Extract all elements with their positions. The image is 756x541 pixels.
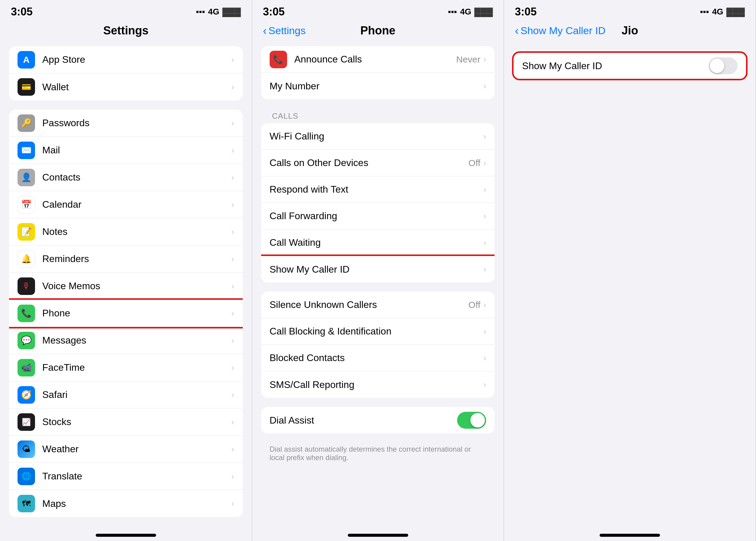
- voice-memos-icon: 🎙: [18, 277, 35, 295]
- announce-calls-item[interactable]: 📞 Announce Calls Never ›: [261, 46, 495, 73]
- battery-icon-right: ▓▓▓: [726, 7, 745, 17]
- passwords-icon: 🔑: [18, 114, 35, 132]
- settings-item-translate[interactable]: 🌐 Translate ›: [9, 463, 243, 490]
- app-store-icon: A: [18, 51, 35, 69]
- back-chevron-middle: ‹: [263, 25, 267, 37]
- back-button-right[interactable]: ‹ Show My Caller ID: [515, 25, 605, 37]
- announce-calls-icon: 📞: [270, 51, 287, 68]
- jio-settings-list: Show My Caller ID: [504, 43, 756, 531]
- weather-label: Weather: [42, 443, 231, 455]
- battery-icon-left: ▓▓▓: [222, 7, 241, 17]
- settings-item-phone[interactable]: 📞 Phone ›: [9, 300, 243, 327]
- calls-other-devices-item[interactable]: Calls on Other Devices Off ›: [261, 150, 495, 176]
- dial-assist-toggle[interactable]: [457, 412, 486, 429]
- silence-unknown-label: Silence Unknown Callers: [270, 299, 468, 310]
- contacts-label: Contacts: [42, 172, 231, 183]
- show-caller-id-label: Show My Caller ID: [270, 264, 483, 275]
- call-blocking-label: Call Blocking & Identification: [270, 326, 483, 337]
- settings-item-contacts[interactable]: 👤 Contacts ›: [9, 164, 243, 191]
- announce-calls-label: Announce Calls: [294, 54, 456, 65]
- status-icons-middle: ▪▪▪ 4G ▓▓▓: [448, 7, 493, 17]
- settings-list: A App Store › 💳 Wallet › 🔑 Passwords ›: [0, 43, 252, 531]
- settings-item-voice-memos[interactable]: 🎙 Voice Memos ›: [9, 272, 243, 300]
- settings-item-maps[interactable]: 🗺 Maps ›: [9, 490, 243, 517]
- phone-settings-list: 📞 Announce Calls Never › My Number › CAL…: [252, 43, 504, 531]
- call-forwarding-item[interactable]: Call Forwarding ›: [261, 203, 495, 230]
- voice-memos-label: Voice Memos: [42, 280, 231, 291]
- silence-unknown-item[interactable]: Silence Unknown Callers Off ›: [261, 291, 495, 318]
- call-blocking-item[interactable]: Call Blocking & Identification ›: [261, 318, 495, 345]
- call-waiting-item[interactable]: Call Waiting ›: [261, 230, 495, 256]
- notes-label: Notes: [42, 226, 231, 237]
- app-store-chevron: ›: [231, 55, 234, 65]
- phone-panel: 3:05 ▪▪▪ 4G ▓▓▓ ‹ Settings Phone 📞 Annou…: [252, 0, 504, 541]
- notes-icon: 📝: [18, 223, 35, 241]
- status-icons-left: ▪▪▪ 4G ▓▓▓: [196, 7, 241, 17]
- signal-icon-right: ▪▪▪: [700, 7, 709, 17]
- calendar-label: Calendar: [42, 199, 231, 210]
- back-button-middle[interactable]: ‹ Settings: [263, 25, 306, 37]
- calls-section-label: CALLS: [261, 108, 495, 123]
- messages-label: Messages: [42, 335, 231, 346]
- call-forwarding-label: Call Forwarding: [270, 211, 483, 222]
- status-bar-left: 3:05 ▪▪▪ 4G ▓▓▓: [0, 0, 252, 21]
- calls-other-devices-value: Off: [468, 158, 480, 168]
- contacts-icon: 👤: [18, 169, 35, 186]
- respond-text-item[interactable]: Respond with Text ›: [261, 176, 495, 203]
- wallet-label: Wallet: [42, 82, 231, 93]
- caller-id-row[interactable]: Show My Caller ID: [513, 52, 747, 79]
- mail-icon: ✉️: [18, 142, 35, 159]
- settings-item-mail[interactable]: ✉️ Mail ›: [9, 137, 243, 164]
- phone-group-dial: Dial Assist: [261, 407, 495, 433]
- caller-id-toggle[interactable]: [709, 57, 738, 74]
- signal-icon-middle: ▪▪▪: [448, 7, 457, 17]
- back-label-middle: Settings: [269, 25, 306, 37]
- my-number-item[interactable]: My Number ›: [261, 73, 495, 99]
- battery-icon-middle: ▓▓▓: [474, 7, 493, 17]
- home-indicator-middle: [348, 534, 408, 537]
- mail-label: Mail: [42, 145, 231, 156]
- nav-bar-left: Settings: [0, 21, 252, 43]
- stocks-label: Stocks: [42, 416, 231, 427]
- dial-assist-item[interactable]: Dial Assist: [261, 407, 495, 433]
- network-middle: 4G: [460, 7, 471, 17]
- settings-title: Settings: [103, 24, 149, 37]
- calendar-icon: 📅: [18, 196, 35, 214]
- settings-item-messages[interactable]: 💬 Messages ›: [9, 327, 243, 354]
- network-right: 4G: [712, 7, 723, 17]
- settings-item-passwords[interactable]: 🔑 Passwords ›: [9, 110, 243, 137]
- settings-item-wallet[interactable]: 💳 Wallet ›: [9, 73, 243, 101]
- wallet-chevron: ›: [231, 82, 234, 92]
- status-bar-middle: 3:05 ▪▪▪ 4G ▓▓▓: [252, 0, 504, 21]
- settings-item-safari[interactable]: 🧭 Safari ›: [9, 381, 243, 408]
- sms-reporting-item[interactable]: SMS/Call Reporting ›: [261, 371, 495, 398]
- show-caller-id-item[interactable]: Show My Caller ID ›: [261, 256, 495, 282]
- settings-item-calendar[interactable]: 📅 Calendar ›: [9, 191, 243, 218]
- weather-icon: 🌤: [18, 440, 35, 458]
- reminders-icon: 🔔: [18, 250, 35, 268]
- my-number-label: My Number: [270, 81, 483, 92]
- settings-item-weather[interactable]: 🌤 Weather ›: [9, 436, 243, 463]
- dial-assist-label: Dial Assist: [270, 415, 457, 426]
- respond-text-label: Respond with Text: [270, 184, 483, 195]
- sms-reporting-label: SMS/Call Reporting: [270, 379, 483, 390]
- settings-item-stocks[interactable]: 📈 Stocks ›: [9, 408, 243, 436]
- settings-group-1: A App Store › 💳 Wallet ›: [9, 46, 243, 101]
- phone-label: Phone: [42, 307, 231, 319]
- dial-assist-description: Dial assist automatically determines the…: [261, 443, 495, 467]
- reminders-label: Reminders: [42, 253, 231, 265]
- settings-item-facetime[interactable]: 📹 FaceTime ›: [9, 354, 243, 381]
- jio-panel: 3:05 ▪▪▪ 4G ▓▓▓ ‹ Show My Caller ID Jio …: [504, 0, 756, 541]
- blocked-contacts-label: Blocked Contacts: [270, 352, 483, 363]
- settings-item-app-store[interactable]: A App Store ›: [9, 46, 243, 73]
- wifi-calling-item[interactable]: Wi-Fi Calling ›: [261, 123, 495, 150]
- back-label-right: Show My Caller ID: [520, 25, 606, 37]
- status-icons-right: ▪▪▪ 4G ▓▓▓: [700, 7, 745, 17]
- silence-unknown-value: Off: [468, 300, 480, 310]
- phone-group-calls: Wi-Fi Calling › Calls on Other Devices O…: [261, 123, 495, 282]
- blocked-contacts-item[interactable]: Blocked Contacts ›: [261, 345, 495, 371]
- messages-icon: 💬: [18, 332, 35, 349]
- settings-item-reminders[interactable]: 🔔 Reminders ›: [9, 246, 243, 272]
- calls-other-devices-label: Calls on Other Devices: [270, 157, 468, 169]
- settings-item-notes[interactable]: 📝 Notes ›: [9, 218, 243, 246]
